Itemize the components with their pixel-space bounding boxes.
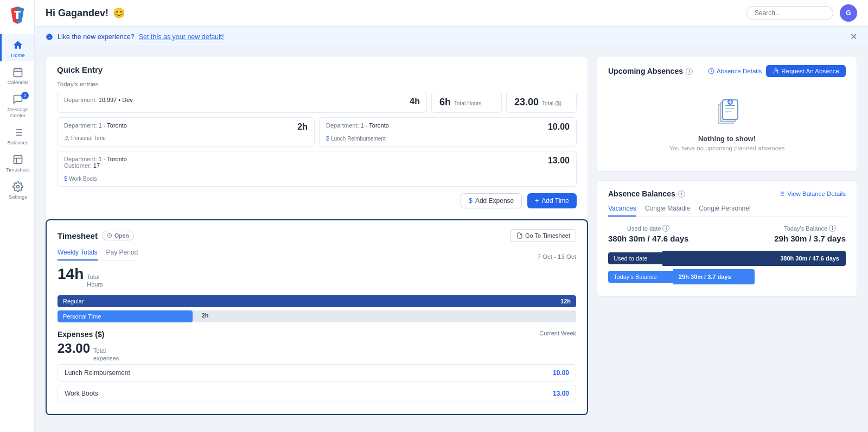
- total-amount-label: Total ($): [542, 100, 561, 106]
- view-balance-details-button[interactable]: View Balance Details: [778, 190, 846, 197]
- tab-congie-personnel[interactable]: Congié Personnel: [699, 205, 750, 217]
- entry-card-3[interactable]: Department: 1 - Toronto Customer: 17 13.…: [57, 151, 577, 187]
- absence-balances-header: Absence Balances i View Balance Details: [608, 189, 846, 198]
- todays-balance-bar-container: Today's Balance 29h 30m / 3.7 days: [608, 269, 846, 284]
- tab-vacances[interactable]: Vacances: [608, 205, 636, 217]
- used-to-date-label: Used to date i: [608, 225, 688, 232]
- document-icon: [516, 232, 523, 239]
- sidebar-message-label: MessageCenter: [8, 106, 29, 118]
- banner-close-button[interactable]: ✕: [850, 31, 857, 42]
- used-to-date-bar: Used to date 380h 30m / 47.6 days: [608, 251, 846, 266]
- todays-balance-info-icon: i: [829, 225, 836, 232]
- upcoming-absences-title: Upcoming Absences i: [608, 67, 693, 75]
- absence-balances-title-text: Absence Balances: [608, 189, 675, 198]
- entry-card-1[interactable]: Department: 10.997 • Dev 4h: [57, 92, 427, 113]
- ts-total-value: 14h: [58, 265, 84, 283]
- spinner-icon: [107, 233, 112, 238]
- entry-card-expense-1[interactable]: Department: 1 - Toronto 10.00 $ Lunch Re…: [319, 117, 577, 147]
- regular-bar-fill: Regular 12h: [58, 295, 576, 307]
- goto-timesheet-label: Go To Timesheet: [525, 232, 570, 239]
- regular-bar-value: 12h: [560, 298, 576, 304]
- absence-balances-panel: Absence Balances i View Balance Details …: [597, 180, 857, 297]
- total-hours-card: 6h Total Hours: [431, 92, 502, 113]
- regular-bar-row: Regular 12h: [58, 295, 576, 307]
- entry-amount-1: 4h: [410, 97, 420, 106]
- today-entries-label: Today's entries: [57, 81, 577, 87]
- tab-congie-maladie[interactable]: Congié Maladie: [645, 205, 690, 217]
- personal-time-bar-track: Personal Time 2h: [58, 310, 576, 322]
- quick-entry-actions: $ Add Expense + Add Time: [57, 193, 577, 211]
- add-time-button[interactable]: + Add Time: [527, 193, 577, 208]
- todays-balance-bar: Today's Balance 29h 30m / 3.7 days: [608, 269, 846, 284]
- upcoming-absences-header: Upcoming Absences i Absence Details Requ…: [608, 65, 846, 77]
- sidebar-item-timesheet[interactable]: Timesheet: [0, 149, 34, 176]
- used-to-date-bar-label: Used to date: [608, 252, 662, 264]
- timesheet-total-hours: 14h Total Hours: [58, 265, 576, 289]
- sidebar-balances-label: Balances: [7, 139, 28, 145]
- svg-point-20: [66, 136, 67, 138]
- todays-balance-stat: Today's Balance i 29h 30m / 3.7 days: [774, 225, 846, 243]
- request-absence-button[interactable]: Request An Absence: [766, 65, 846, 77]
- goto-timesheet-button[interactable]: Go To Timesheet: [510, 229, 576, 242]
- entry-card-2[interactable]: Department: 1 - Toronto 2h Personal Time: [57, 117, 315, 147]
- timesheet-status-badge: Open: [102, 231, 134, 240]
- tab-pay-period[interactable]: Pay Period: [106, 249, 138, 261]
- user-avatar[interactable]: G: [840, 4, 857, 22]
- ts-tabs-row: Weekly Totals Pay Period 7 Oct - 13 Oct: [58, 249, 576, 265]
- expenses-total-row: 23.00 Total expenses: [58, 341, 119, 363]
- sidebar-item-balances[interactable]: Balances: [0, 122, 34, 149]
- todays-balance-value: 29h 30m / 3.7 days: [774, 234, 846, 243]
- upcoming-absences-info-icon: i: [686, 68, 693, 75]
- timesheet-panel: Timesheet Open Go To Timesheet Weekl: [46, 219, 588, 415]
- timesheet-title: Timesheet Open: [58, 231, 134, 240]
- timesheet-status-text: Open: [114, 232, 129, 239]
- banner-link[interactable]: Set this as your new default!: [139, 33, 224, 41]
- add-expense-label: Add Expense: [475, 197, 514, 205]
- entry-tag-exp-1: $ Lunch Reimbursement: [326, 135, 570, 142]
- sidebar-calendar-label: Calendar: [8, 79, 29, 85]
- used-to-date-value: 380h 30m / 47.6 days: [608, 234, 688, 243]
- sidebar-home-label: Home: [11, 52, 24, 58]
- timesheet-date-range: 7 Oct - 13 Oct: [537, 253, 576, 260]
- total-hours-label: Total Hours: [454, 100, 482, 106]
- timesheet-bars: Regular 12h Personal Time 2h: [58, 295, 576, 322]
- sidebar-logo[interactable]: [7, 4, 28, 28]
- expenses-header: Expenses ($) 23.00 Total expenses Curren…: [58, 330, 576, 365]
- search-input[interactable]: [746, 6, 833, 20]
- request-absence-label: Request An Absence: [781, 68, 839, 74]
- sidebar-item-settings[interactable]: Settings: [0, 176, 34, 203]
- add-expense-button[interactable]: $ Add Expense: [461, 193, 522, 208]
- total-hours-value: 6h: [439, 97, 451, 108]
- used-to-date-stat: Used to date i 380h 30m / 47.6 days: [608, 225, 688, 243]
- entry-tag-2: Personal Time: [64, 135, 308, 141]
- personal-time-bar-fill: Personal Time: [58, 310, 193, 322]
- upcoming-absences-empty: Nothing to show! You have no upcoming pl…: [608, 84, 846, 162]
- upcoming-absences-title-text: Upcoming Absences: [608, 67, 683, 75]
- view-balance-label: View Balance Details: [787, 190, 846, 197]
- absence-details-button[interactable]: Absence Details: [708, 65, 762, 77]
- dollar-icon: $: [469, 197, 473, 205]
- personal-time-bar-value: 2h: [202, 312, 209, 319]
- info-icon: [46, 33, 53, 41]
- upcoming-absences-panel: Upcoming Absences i Absence Details Requ…: [597, 56, 857, 171]
- sidebar-item-home[interactable]: Home: [0, 34, 34, 61]
- used-to-date-info-icon: i: [662, 225, 669, 232]
- absence-details-label: Absence Details: [717, 68, 762, 74]
- expense-item-lunch: Lunch Reimbursement 10.00: [58, 364, 576, 382]
- sidebar-settings-label: Settings: [9, 194, 27, 200]
- entry-amount-exp-1: 10.00: [548, 122, 570, 132]
- timesheet-title-text: Timesheet: [58, 231, 98, 240]
- todays-balance-bar-label: Today's Balance: [608, 271, 673, 283]
- add-time-label: Add Time: [541, 197, 569, 205]
- sidebar-item-calendar[interactable]: Calendar: [0, 61, 34, 88]
- right-column: Upcoming Absences i Absence Details Requ…: [597, 56, 857, 423]
- regular-bar-label: Regular: [63, 298, 84, 304]
- todays-balance-bar-track: 29h 30m / 3.7 days: [673, 269, 755, 284]
- tab-weekly-totals[interactable]: Weekly Totals: [58, 249, 98, 261]
- absence-balances-title: Absence Balances i: [608, 189, 685, 198]
- timesheet-tabs: Weekly Totals Pay Period: [58, 249, 138, 261]
- entry-dept-exp-1: Department: 1 - Toronto: [326, 122, 570, 129]
- total-amount-card: 23.00 Total ($): [506, 92, 577, 113]
- page-greeting: Hi Gagandev! 😊: [46, 7, 125, 19]
- sidebar-item-message[interactable]: 2 MessageCenter: [0, 88, 34, 122]
